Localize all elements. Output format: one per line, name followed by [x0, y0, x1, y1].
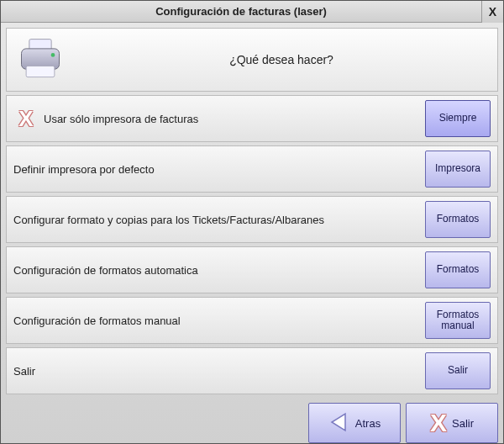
option-row-exit: Salir Salir: [6, 347, 498, 394]
prompt-text: ¿Qué desea hacer?: [74, 53, 489, 66]
printer-icon: [15, 34, 66, 85]
option-label: Configurar formato y copias para los Tic…: [13, 214, 425, 226]
x-close-icon: X: [430, 410, 447, 436]
exit-button[interactable]: X Salir: [406, 403, 498, 443]
footer: Atras X Salir: [1, 399, 503, 444]
option-row-format-copies: Configurar formato y copias para los Tic…: [6, 196, 498, 243]
option-label: Definir impresora por defecto: [13, 163, 425, 176]
option-row-use-invoice-printer: X Usar sólo impresora de facturas Siempr…: [6, 95, 498, 142]
option-label: Configuración de formatos automatica: [13, 264, 425, 277]
back-button[interactable]: Atras: [308, 403, 401, 443]
svg-rect-2: [26, 66, 55, 77]
titlebar: Configuración de facturas (laser) X: [1, 1, 503, 23]
impresora-button[interactable]: Impresora: [425, 151, 491, 188]
option-label: Configuración de formatos manual: [13, 314, 425, 327]
option-label: Salir: [13, 365, 425, 378]
salir-row-button[interactable]: Salir: [425, 352, 491, 389]
formatos-auto-button[interactable]: Formatos: [425, 251, 491, 288]
option-row-format-auto: Configuración de formatos automatica For…: [6, 246, 498, 293]
formatos-manual-button[interactable]: Formatos manual: [425, 302, 491, 339]
option-row-default-printer: Definir impresora por defecto Impresora: [6, 145, 498, 193]
formatos-button[interactable]: Formatos: [425, 201, 491, 238]
prompt-row: ¿Qué desea hacer?: [6, 28, 498, 92]
svg-marker-4: [332, 414, 345, 431]
x-mark-icon: X: [13, 106, 39, 131]
window-title: Configuración de facturas (laser): [1, 5, 481, 18]
window: Configuración de facturas (laser) X: [0, 0, 504, 444]
option-row-format-manual: Configuración de formatos manual Formato…: [6, 297, 498, 344]
exit-button-label: Salir: [452, 417, 474, 430]
svg-point-3: [51, 53, 55, 57]
content-area: ¿Qué desea hacer? X Usar sólo impresora …: [1, 23, 503, 399]
back-arrow-icon: [328, 411, 350, 436]
close-button[interactable]: X: [481, 1, 503, 23]
option-label: Usar sólo impresora de facturas: [44, 113, 425, 125]
back-button-label: Atras: [355, 417, 381, 430]
siempre-button[interactable]: Siempre: [425, 100, 491, 137]
